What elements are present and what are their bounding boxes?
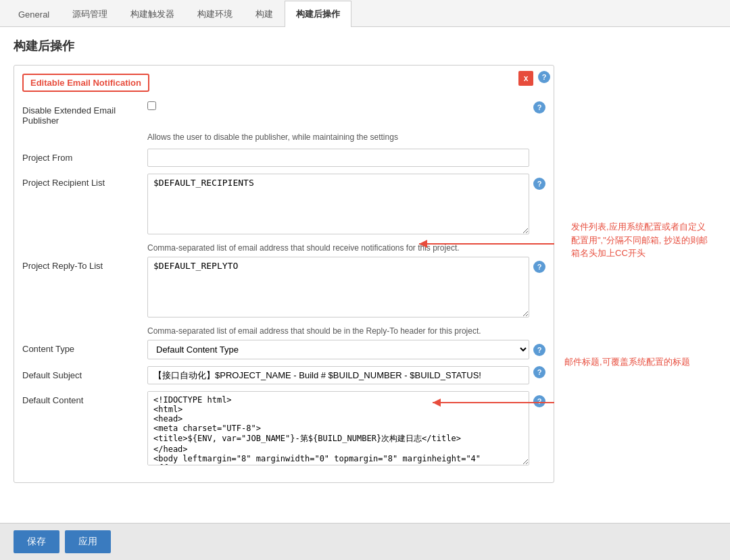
project-replyto-row: Project Reply-To List ?	[22, 257, 545, 320]
card-close-button[interactable]: x	[518, 71, 533, 86]
content-type-select[interactable]: Default Content Type HTML Plain Text Bot…	[147, 340, 529, 359]
default-subject-row: Default Subject ?	[22, 366, 545, 384]
content-type-row: Content Type Default Content Type HTML P…	[22, 340, 545, 359]
project-replyto-hint: Comma-separated list of email address th…	[22, 326, 545, 336]
default-content-label: Default Content	[22, 391, 147, 405]
project-from-row: Project From ?	[22, 149, 545, 167]
project-replyto-field	[147, 257, 529, 320]
default-subject-help-icon[interactable]: ?	[533, 366, 545, 378]
save-button[interactable]: 保存	[14, 530, 59, 553]
tab-postbuild[interactable]: 构建后操作	[285, 1, 351, 27]
apply-button[interactable]: 应用	[65, 530, 111, 553]
content-type-label: Content Type	[22, 340, 147, 354]
project-recipient-hint: Comma-separated list of email address th…	[22, 243, 545, 253]
bottom-bar: 保存 应用	[0, 523, 730, 554]
disable-publisher-field	[147, 101, 529, 112]
app-container: General 源码管理 构建触发器 构建环境 构建 构建后操作 构建后操作 E…	[0, 0, 730, 554]
content-type-field: Default Content Type HTML Plain Text Bot…	[147, 340, 529, 359]
default-subject-label: Default Subject	[22, 366, 147, 380]
project-replyto-help-icon[interactable]: ?	[533, 261, 545, 273]
card-wrapper: Editable Email Notification x ? Disable …	[14, 65, 554, 483]
replyto-arrow	[554, 396, 568, 409]
card-title: Editable Email Notification	[22, 74, 149, 92]
card-header: Editable Email Notification x ?	[22, 74, 545, 92]
tab-source[interactable]: 源码管理	[61, 1, 119, 27]
tab-general[interactable]: General	[7, 2, 61, 26]
project-replyto-textarea[interactable]	[147, 257, 529, 317]
replyto-annotation: 邮件标题,可覆盖系统配置的标题	[564, 355, 693, 369]
recipient-section: Project Recipient List ? Comma-separated…	[22, 174, 545, 253]
default-subject-input[interactable]	[147, 366, 529, 384]
recipient-arrow	[554, 237, 568, 251]
project-recipient-label: Project Recipient List	[22, 174, 147, 188]
project-recipient-field	[147, 174, 529, 236]
disable-publisher-hint: Allows the user to disable the publisher…	[22, 132, 545, 142]
default-content-help-icon[interactable]: ?	[533, 395, 545, 407]
tab-env[interactable]: 构建环境	[186, 1, 244, 27]
disable-publisher-checkbox[interactable]	[147, 101, 156, 110]
content-type-help-icon[interactable]: ?	[533, 344, 545, 356]
project-from-input[interactable]	[147, 149, 529, 167]
replyto-section: Project Reply-To List ? Comma-separated …	[22, 257, 545, 336]
project-from-field	[147, 149, 529, 167]
tab-build[interactable]: 构建	[244, 1, 285, 27]
project-from-label: Project From	[22, 149, 147, 163]
disable-publisher-label: Disable Extended Email Publisher	[22, 101, 147, 126]
email-notification-card: Editable Email Notification x ? Disable …	[14, 65, 554, 483]
project-recipient-textarea[interactable]	[147, 174, 529, 234]
disable-publisher-row: Disable Extended Email Publisher ?	[22, 101, 545, 126]
main-content: 构建后操作 Editable Email Notification x ? Di…	[0, 27, 730, 554]
recipient-annotation: 发件列表,应用系统配置或者自定义配置用","分隔不同邮箱, 抄送的则邮箱名头加上…	[571, 220, 713, 260]
project-recipient-row: Project Recipient List ?	[22, 174, 545, 236]
disable-publisher-help-icon[interactable]: ?	[533, 101, 545, 113]
project-recipient-help-icon[interactable]: ?	[533, 178, 545, 190]
card-help-icon[interactable]: ?	[538, 71, 550, 83]
page-title: 构建后操作	[14, 38, 716, 54]
project-replyto-label: Project Reply-To List	[22, 257, 147, 271]
tab-bar: General 源码管理 构建触发器 构建环境 构建 构建后操作	[0, 0, 730, 27]
tab-triggers[interactable]: 构建触发器	[119, 1, 186, 27]
default-subject-field	[147, 366, 529, 384]
